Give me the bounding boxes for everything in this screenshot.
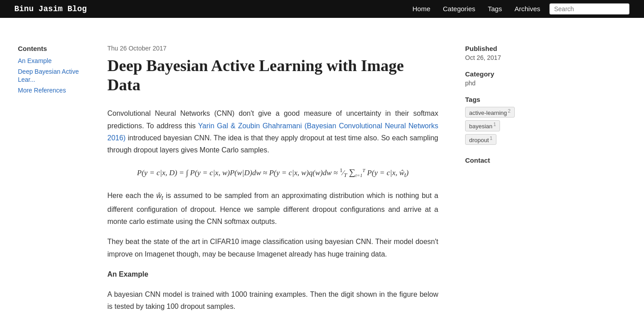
contents-list: An Example Deep Bayesian Active Lear... … (18, 57, 89, 94)
sidebar-left: Contents An Example Deep Bayesian Active… (0, 18, 98, 320)
category-section: Category phd (465, 70, 537, 87)
search-input[interactable] (549, 3, 630, 15)
published-value: Oct 26, 2017 (465, 54, 537, 61)
contents-item-3[interactable]: More References (18, 87, 66, 94)
nav-categories[interactable]: Categories (443, 5, 475, 13)
tag-count-3: 1 (490, 135, 492, 141)
published-label: Published (465, 45, 537, 52)
example-paragraph: A bayesian CNN model is trained with 100… (107, 288, 438, 312)
post-body: Convolutional Neural Networks (CNN) don'… (107, 107, 438, 312)
nav-archives[interactable]: Archives (514, 5, 540, 13)
navbar: Binu Jasim Blog Home Categories Tags Arc… (0, 0, 644, 18)
nav-tags[interactable]: Tags (488, 5, 502, 13)
nav-home[interactable]: Home (412, 5, 430, 13)
formula-block: P(y = c|x, D) = ∫ P(y = c|x, w)P(w|D)dw … (107, 167, 438, 179)
paragraph-3: They beat the state of the art in CIFAR1… (107, 236, 438, 260)
tag-dropout[interactable]: dropout1 (465, 134, 496, 145)
tags-section: Tags active-learning2 bayesian1 dropout1 (465, 96, 537, 147)
contents-item-2[interactable]: Deep Bayesian Active Lear... (18, 68, 79, 83)
published-section: Published Oct 26, 2017 (465, 45, 537, 61)
tag-active-learning[interactable]: active-learning2 (465, 107, 515, 118)
external-link[interactable]: Yarin Gal & Zoubin Ghahramani (Bayesian … (107, 122, 438, 142)
tag-name-2: bayesian (469, 123, 492, 130)
tag-count-1: 2 (508, 108, 511, 114)
nav-links: Home Categories Tags Archives (412, 5, 540, 13)
tag-count-2: 1 (493, 122, 496, 127)
tags-title: Tags (465, 96, 537, 103)
nav-brand: Binu Jasim Blog (14, 4, 87, 13)
post-title: Deep Bayesian Active Learning with Image… (107, 56, 438, 95)
category-value: phd (465, 80, 537, 87)
contact-label: Contact (465, 156, 537, 164)
contents-title: Contents (18, 45, 89, 52)
tag-bayesian[interactable]: bayesian1 (465, 120, 500, 131)
sidebar-right: Published Oct 26, 2017 Category phd Tags… (456, 18, 546, 320)
tag-name-3: dropout (469, 137, 489, 143)
contents-item-1[interactable]: An Example (18, 57, 51, 64)
category-label: Category (465, 70, 537, 78)
formula-math: P(y = c|x, D) = ∫ P(y = c|x, w)P(w|D)dw … (137, 167, 408, 179)
main-content: Thu 26 October 2017 Deep Bayesian Active… (98, 18, 456, 320)
paragraph-1: Convolutional Neural Networks (CNN) don'… (107, 107, 438, 156)
tag-name-1: active-learning (469, 109, 507, 116)
page-wrapper: Contents An Example Deep Bayesian Active… (0, 18, 644, 320)
section-heading: An Example (107, 268, 438, 280)
paragraph-2: Here each the ŵt is assumed to be sample… (107, 189, 438, 227)
post-date: Thu 26 October 2017 (107, 45, 438, 52)
